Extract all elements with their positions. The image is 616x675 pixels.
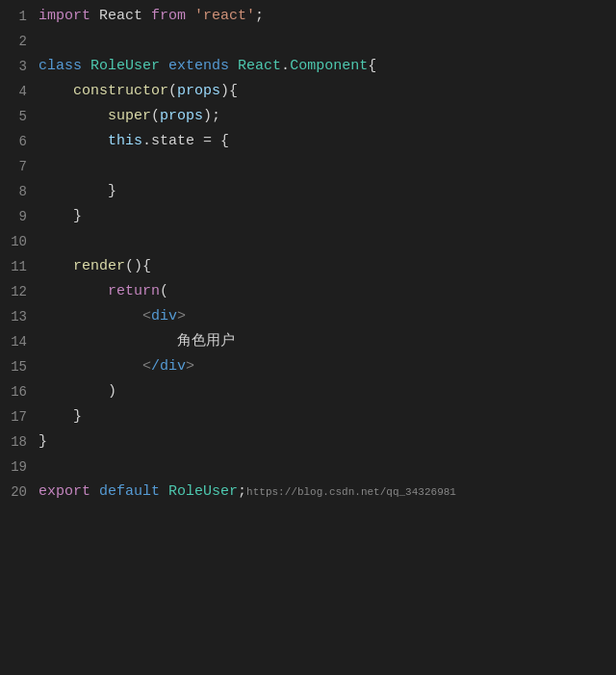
line-number: 19 [0, 456, 38, 478]
line-content [38, 155, 47, 178]
code-line: 10 [0, 229, 616, 254]
code-line: 8 } [0, 179, 616, 204]
code-line: 14 角色用户 [0, 329, 616, 354]
line-content: class RoleUser extends React.Component{ [38, 55, 376, 78]
code-line: 7 [0, 154, 616, 179]
line-number: 16 [0, 381, 38, 402]
line-content: } [38, 430, 47, 454]
line-content: this.state = { [38, 130, 229, 153]
line-content: return( [38, 280, 168, 303]
code-line: 17 } [0, 404, 616, 429]
line-number: 3 [0, 56, 38, 77]
line-content: render(){ [38, 255, 151, 278]
line-number: 17 [0, 406, 38, 428]
line-content [38, 30, 47, 53]
line-number: 15 [0, 356, 38, 377]
code-line: 4 constructor(props){ [0, 79, 616, 104]
line-content: ) [38, 380, 116, 403]
line-content: 角色用户 [38, 330, 235, 353]
line-content: super(props); [38, 105, 220, 128]
line-number: 7 [0, 156, 38, 177]
line-content [38, 455, 47, 479]
watermark: https://blog.csdn.net/qq_34326981 [246, 486, 456, 498]
code-line: 16 ) [0, 379, 616, 404]
line-number: 10 [0, 231, 38, 252]
line-content [38, 230, 47, 253]
code-line: 15 </div> [0, 354, 616, 379]
line-content: } [38, 180, 116, 203]
code-line: 3class RoleUser extends React.Component{ [0, 54, 616, 79]
line-content: </div> [38, 355, 194, 378]
code-line: 12 return( [0, 279, 616, 304]
code-line: 2 [0, 29, 616, 54]
line-number: 8 [0, 181, 38, 202]
code-line: 1import React from 'react'; [0, 4, 616, 29]
line-content: export default RoleUser;https://blog.csd… [38, 480, 456, 504]
line-number: 9 [0, 206, 38, 227]
code-line: 11 render(){ [0, 254, 616, 279]
code-line: 6 this.state = { [0, 129, 616, 154]
line-number: 18 [0, 431, 38, 453]
line-content: import React from 'react'; [38, 5, 264, 28]
line-content: <div> [38, 305, 186, 328]
line-number: 20 [0, 481, 38, 503]
line-content: constructor(props){ [38, 80, 238, 103]
line-number: 4 [0, 81, 38, 102]
code-line: 5 super(props); [0, 104, 616, 129]
code-line: 9 } [0, 204, 616, 229]
line-number: 2 [0, 31, 38, 52]
code-lines: 1import React from 'react';2 3class Role… [0, 0, 616, 508]
code-line: 19 [0, 454, 616, 480]
line-number: 13 [0, 306, 38, 327]
code-line: 20export default RoleUser;https://blog.c… [0, 480, 616, 505]
line-number: 6 [0, 131, 38, 152]
line-content: } [38, 405, 82, 428]
code-editor: 1import React from 'react';2 3class Role… [0, 0, 616, 675]
line-number: 14 [0, 331, 38, 352]
line-number: 12 [0, 281, 38, 302]
code-line: 18} [0, 429, 616, 454]
code-line: 13 <div> [0, 304, 616, 329]
line-number: 11 [0, 256, 38, 277]
line-content: } [38, 205, 82, 228]
line-number: 1 [0, 6, 38, 27]
line-number: 5 [0, 106, 38, 127]
